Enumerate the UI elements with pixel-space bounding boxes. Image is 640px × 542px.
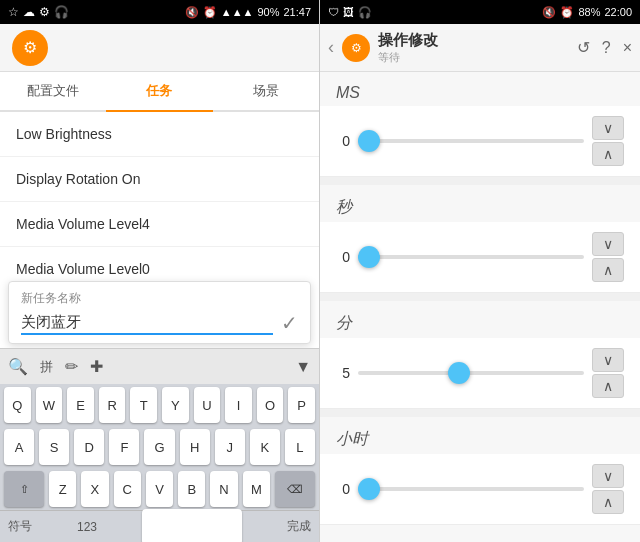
slider-value-hour: 0 xyxy=(336,481,350,497)
time-left: 21:47 xyxy=(283,6,311,18)
kb-tool-pinyin[interactable]: 拼 xyxy=(40,358,53,376)
alarm-icon-right: ⏰ xyxy=(560,6,574,19)
app-header-left: ⚙ xyxy=(0,24,319,72)
key-j[interactable]: J xyxy=(215,429,245,465)
key-q[interactable]: Q xyxy=(4,387,31,423)
slider-row-sec: 0 ∨ ∧ xyxy=(320,222,640,293)
cloud-icon: ☁ xyxy=(23,5,35,19)
stepper-ms: ∨ ∧ xyxy=(592,116,624,166)
refresh-button[interactable]: ↺ xyxy=(577,38,590,57)
list-item[interactable]: Media Volume Level0 xyxy=(0,247,319,277)
list-item[interactable]: Display Rotation On xyxy=(0,157,319,202)
key-v[interactable]: V xyxy=(146,471,173,507)
key-symbol[interactable]: 符号 xyxy=(8,518,32,535)
wifi-icon: ☆ xyxy=(8,5,19,19)
list-item[interactable]: Media Volume Level4 xyxy=(0,202,319,247)
slider-thumb-sec[interactable] xyxy=(358,246,380,268)
stepper-min: ∨ ∧ xyxy=(592,348,624,398)
key-x[interactable]: X xyxy=(81,471,108,507)
slider-track-ms[interactable] xyxy=(358,139,584,143)
headphone-icon: 🎧 xyxy=(54,5,69,19)
alarm-icon: ⏰ xyxy=(203,6,217,19)
close-button[interactable]: × xyxy=(623,39,632,57)
key-u[interactable]: U xyxy=(194,387,221,423)
stepper-sec: ∨ ∧ xyxy=(592,232,624,282)
new-task-input[interactable] xyxy=(21,312,273,335)
kb-tool-down[interactable]: ▼ xyxy=(295,358,311,376)
slider-track-sec[interactable] xyxy=(358,255,584,259)
key-d[interactable]: D xyxy=(74,429,104,465)
stepper-down-min[interactable]: ∨ xyxy=(592,348,624,372)
key-p[interactable]: P xyxy=(288,387,315,423)
key-i[interactable]: I xyxy=(225,387,252,423)
slider-thumb-min[interactable] xyxy=(448,362,470,384)
key-n[interactable]: N xyxy=(210,471,237,507)
key-w[interactable]: W xyxy=(36,387,63,423)
section-label-hour: 小时 xyxy=(320,417,640,454)
key-l[interactable]: L xyxy=(285,429,315,465)
slider-row-ms: 0 ∨ ∧ xyxy=(320,106,640,177)
key-b[interactable]: B xyxy=(178,471,205,507)
section-label-ms: MS xyxy=(320,72,640,106)
stepper-up-min[interactable]: ∧ xyxy=(592,374,624,398)
key-space[interactable] xyxy=(142,509,242,543)
slider-track-min[interactable] xyxy=(358,371,584,375)
stepper-down-ms[interactable]: ∨ xyxy=(592,116,624,140)
status-bar-left: ☆ ☁ ⚙ 🎧 🔇 ⏰ ▲▲▲ 90% 21:47 xyxy=(0,0,319,24)
key-c[interactable]: C xyxy=(114,471,141,507)
tabs-row: 配置文件 任务 场景 xyxy=(0,72,319,112)
key-o[interactable]: O xyxy=(257,387,284,423)
help-button[interactable]: ? xyxy=(602,39,611,57)
key-s[interactable]: S xyxy=(39,429,69,465)
header-actions: ↺ ? × xyxy=(577,38,632,57)
kb-tool-add[interactable]: ✚ xyxy=(90,357,103,376)
left-panel: ☆ ☁ ⚙ 🎧 🔇 ⏰ ▲▲▲ 90% 21:47 ⚙ 配置文件 任务 场景 L… xyxy=(0,0,320,542)
stepper-down-sec[interactable]: ∨ xyxy=(592,232,624,256)
key-done[interactable]: 完成 xyxy=(287,518,311,535)
key-backspace[interactable]: ⌫ xyxy=(275,471,315,507)
stepper-up-ms[interactable]: ∧ xyxy=(592,142,624,166)
slider-thumb-hour[interactable] xyxy=(358,478,380,500)
key-m[interactable]: M xyxy=(243,471,270,507)
stepper-down-hour[interactable]: ∨ xyxy=(592,464,624,488)
mute-icon: 🔇 xyxy=(185,6,199,19)
slider-row-min: 5 ∨ ∧ xyxy=(320,338,640,409)
battery-right: 88% xyxy=(578,6,600,18)
key-g[interactable]: G xyxy=(144,429,174,465)
stepper-up-sec[interactable]: ∧ xyxy=(592,258,624,282)
key-z[interactable]: Z xyxy=(49,471,76,507)
header-title-group: 操作修改 等待 xyxy=(378,31,569,65)
key-r[interactable]: R xyxy=(99,387,126,423)
popup-label: 新任务名称 xyxy=(21,290,298,307)
key-t[interactable]: T xyxy=(130,387,157,423)
key-k[interactable]: K xyxy=(250,429,280,465)
left-status-icons: ☆ ☁ ⚙ 🎧 xyxy=(8,5,69,19)
key-num[interactable]: 123 xyxy=(77,520,97,534)
key-shift[interactable]: ⇧ xyxy=(4,471,44,507)
kb-tool-edit[interactable]: ✏ xyxy=(65,357,78,376)
key-e[interactable]: E xyxy=(67,387,94,423)
new-task-popup: 新任务名称 ✓ xyxy=(8,281,311,344)
slider-thumb-ms[interactable] xyxy=(358,130,380,152)
slider-value-ms: 0 xyxy=(336,133,350,149)
tab-tasks[interactable]: 任务 xyxy=(106,72,212,112)
search-kb-icon[interactable]: 🔍 xyxy=(8,357,28,376)
back-button[interactable]: ‹ xyxy=(328,37,334,58)
key-y[interactable]: Y xyxy=(162,387,189,423)
new-task-overlay: 新任务名称 ✓ 🔍 拼 ✏ ✚ ▼ Q W E R T Y U xyxy=(0,277,319,542)
confirm-icon[interactable]: ✓ xyxy=(281,311,298,335)
stepper-up-hour[interactable]: ∧ xyxy=(592,490,624,514)
tab-profiles[interactable]: 配置文件 xyxy=(0,72,106,112)
slider-track-hour[interactable] xyxy=(358,487,584,491)
list-item[interactable]: Low Brightness xyxy=(0,112,319,157)
slider-value-min: 5 xyxy=(336,365,350,381)
key-a[interactable]: A xyxy=(4,429,34,465)
image-icon: 🖼 xyxy=(343,6,354,18)
shield-icon: 🛡 xyxy=(328,6,339,18)
divider-2 xyxy=(320,293,640,301)
tab-scenes[interactable]: 场景 xyxy=(213,72,319,112)
key-f[interactable]: F xyxy=(109,429,139,465)
logo-icon-left: ⚙ xyxy=(23,38,37,57)
headphone-icon-right: 🎧 xyxy=(358,6,372,19)
key-h[interactable]: H xyxy=(180,429,210,465)
